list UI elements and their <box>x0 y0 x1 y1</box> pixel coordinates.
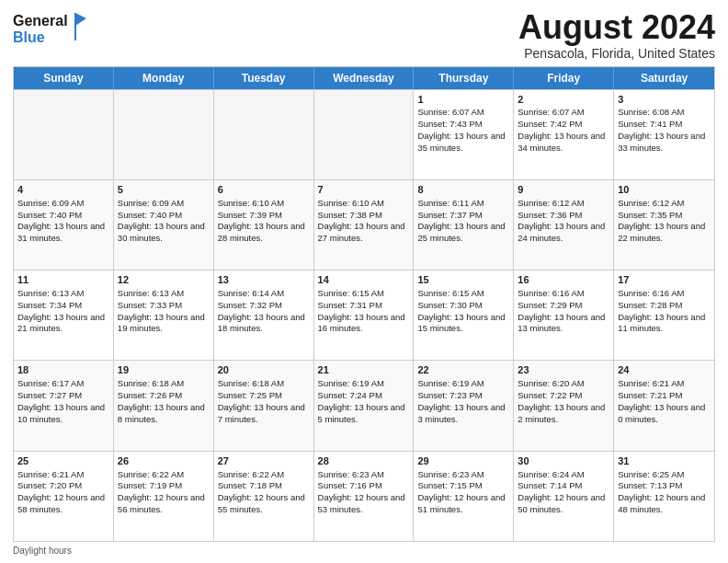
svg-marker-2 <box>75 13 86 26</box>
daylight-label: Daylight hours <box>13 546 72 556</box>
day-number: 26 <box>118 454 210 468</box>
day-header-friday: Friday <box>514 67 614 89</box>
cell-info: Sunrise: 6:10 AMSunset: 7:39 PMDaylight:… <box>218 198 305 243</box>
cal-cell-31: 31Sunrise: 6:25 AMSunset: 7:13 PMDayligh… <box>614 452 714 541</box>
cell-info: Sunrise: 6:07 AMSunset: 7:43 PMDaylight:… <box>417 107 505 152</box>
subtitle: Pensacola, Florida, United States <box>518 46 715 61</box>
cell-info: Sunrise: 6:09 AMSunset: 7:40 PMDaylight:… <box>17 198 105 243</box>
logo-icon: General Blue <box>13 9 96 50</box>
cal-cell-20: 20Sunrise: 6:18 AMSunset: 7:25 PMDayligh… <box>214 361 314 450</box>
day-number: 11 <box>17 273 109 287</box>
cal-cell-empty-3 <box>314 90 415 179</box>
day-number: 10 <box>618 183 711 197</box>
cell-info: Sunrise: 6:15 AMSunset: 7:31 PMDaylight:… <box>318 288 405 333</box>
cal-cell-7: 7Sunrise: 6:10 AMSunset: 7:38 PMDaylight… <box>314 180 415 270</box>
day-header-thursday: Thursday <box>414 67 514 89</box>
cell-info: Sunrise: 6:08 AMSunset: 7:41 PMDaylight:… <box>618 107 705 152</box>
cal-cell-14: 14Sunrise: 6:15 AMSunset: 7:31 PMDayligh… <box>314 270 415 360</box>
cell-info: Sunrise: 6:23 AMSunset: 7:16 PMDaylight:… <box>318 469 405 514</box>
day-number: 6 <box>218 183 310 197</box>
svg-text:General: General <box>13 13 68 29</box>
cell-info: Sunrise: 6:18 AMSunset: 7:25 PMDaylight:… <box>218 378 305 423</box>
cal-cell-30: 30Sunrise: 6:24 AMSunset: 7:14 PMDayligh… <box>514 452 614 541</box>
page: General Blue August 2024 Pensacola, Flor… <box>0 0 728 563</box>
day-number: 29 <box>417 454 509 468</box>
calendar: SundayMondayTuesdayWednesdayThursdayFrid… <box>13 66 715 542</box>
day-number: 1 <box>417 93 509 107</box>
day-number: 12 <box>118 273 210 287</box>
day-number: 27 <box>218 454 310 468</box>
svg-rect-3 <box>74 13 76 40</box>
cal-cell-3: 3Sunrise: 6:08 AMSunset: 7:41 PMDaylight… <box>614 90 714 179</box>
footer-note: Daylight hours <box>13 546 715 556</box>
cal-cell-11: 11Sunrise: 6:13 AMSunset: 7:34 PMDayligh… <box>14 270 114 360</box>
cal-cell-26: 26Sunrise: 6:22 AMSunset: 7:19 PMDayligh… <box>114 452 214 541</box>
day-number: 22 <box>417 363 509 377</box>
cal-cell-18: 18Sunrise: 6:17 AMSunset: 7:27 PMDayligh… <box>14 361 114 450</box>
day-header-sunday: Sunday <box>14 67 114 89</box>
cell-info: Sunrise: 6:22 AMSunset: 7:19 PMDaylight:… <box>118 469 205 514</box>
day-number: 17 <box>618 273 711 287</box>
day-number: 4 <box>17 183 109 197</box>
cell-info: Sunrise: 6:15 AMSunset: 7:30 PMDaylight:… <box>417 288 505 333</box>
cal-cell-10: 10Sunrise: 6:12 AMSunset: 7:35 PMDayligh… <box>614 180 714 270</box>
cal-cell-5: 5Sunrise: 6:09 AMSunset: 7:40 PMDaylight… <box>114 180 214 270</box>
cell-info: Sunrise: 6:19 AMSunset: 7:24 PMDaylight:… <box>318 378 405 423</box>
week-row-1: 1Sunrise: 6:07 AMSunset: 7:43 PMDaylight… <box>14 89 714 179</box>
cal-cell-27: 27Sunrise: 6:22 AMSunset: 7:18 PMDayligh… <box>214 452 314 541</box>
cell-info: Sunrise: 6:10 AMSunset: 7:38 PMDaylight:… <box>318 198 405 243</box>
cell-info: Sunrise: 6:16 AMSunset: 7:28 PMDaylight:… <box>618 288 705 333</box>
cal-cell-17: 17Sunrise: 6:16 AMSunset: 7:28 PMDayligh… <box>614 270 714 360</box>
day-number: 30 <box>518 454 609 468</box>
cal-cell-empty-1 <box>114 90 214 179</box>
day-header-wednesday: Wednesday <box>314 67 415 89</box>
cal-cell-15: 15Sunrise: 6:15 AMSunset: 7:30 PMDayligh… <box>414 270 514 360</box>
cell-info: Sunrise: 6:12 AMSunset: 7:35 PMDaylight:… <box>618 198 705 243</box>
week-row-2: 4Sunrise: 6:09 AMSunset: 7:40 PMDaylight… <box>14 179 714 270</box>
cell-info: Sunrise: 6:14 AMSunset: 7:32 PMDaylight:… <box>218 288 305 333</box>
cell-info: Sunrise: 6:09 AMSunset: 7:40 PMDaylight:… <box>118 198 205 243</box>
cal-cell-19: 19Sunrise: 6:18 AMSunset: 7:26 PMDayligh… <box>114 361 214 450</box>
cal-cell-empty-2 <box>214 90 314 179</box>
cell-info: Sunrise: 6:16 AMSunset: 7:29 PMDaylight:… <box>518 288 605 333</box>
day-number: 13 <box>218 273 310 287</box>
main-title: August 2024 <box>518 9 715 46</box>
day-number: 8 <box>417 183 509 197</box>
cell-info: Sunrise: 6:11 AMSunset: 7:37 PMDaylight:… <box>417 198 505 243</box>
calendar-body: 1Sunrise: 6:07 AMSunset: 7:43 PMDaylight… <box>14 89 714 541</box>
cal-cell-1: 1Sunrise: 6:07 AMSunset: 7:43 PMDaylight… <box>414 90 514 179</box>
cell-info: Sunrise: 6:25 AMSunset: 7:13 PMDaylight:… <box>618 469 705 514</box>
day-header-monday: Monday <box>114 67 214 89</box>
day-number: 19 <box>118 363 210 377</box>
cal-cell-21: 21Sunrise: 6:19 AMSunset: 7:24 PMDayligh… <box>314 361 415 450</box>
cell-info: Sunrise: 6:20 AMSunset: 7:22 PMDaylight:… <box>518 378 605 423</box>
cell-info: Sunrise: 6:13 AMSunset: 7:34 PMDaylight:… <box>17 288 105 333</box>
cal-cell-9: 9Sunrise: 6:12 AMSunset: 7:36 PMDaylight… <box>514 180 614 270</box>
cell-info: Sunrise: 6:24 AMSunset: 7:14 PMDaylight:… <box>518 469 605 514</box>
logo: General Blue <box>13 9 96 53</box>
cell-info: Sunrise: 6:19 AMSunset: 7:23 PMDaylight:… <box>417 378 505 423</box>
day-number: 3 <box>618 93 711 107</box>
week-row-3: 11Sunrise: 6:13 AMSunset: 7:34 PMDayligh… <box>14 270 714 360</box>
day-header-tuesday: Tuesday <box>214 67 314 89</box>
svg-text:Blue: Blue <box>13 29 45 45</box>
cal-cell-8: 8Sunrise: 6:11 AMSunset: 7:37 PMDaylight… <box>414 180 514 270</box>
day-number: 25 <box>17 454 109 468</box>
cell-info: Sunrise: 6:18 AMSunset: 7:26 PMDaylight:… <box>118 378 205 423</box>
cell-info: Sunrise: 6:13 AMSunset: 7:33 PMDaylight:… <box>118 288 205 333</box>
day-number: 21 <box>318 363 410 377</box>
day-number: 24 <box>618 363 711 377</box>
cell-info: Sunrise: 6:07 AMSunset: 7:42 PMDaylight:… <box>518 107 605 152</box>
cell-info: Sunrise: 6:21 AMSunset: 7:20 PMDaylight:… <box>17 469 105 514</box>
cell-info: Sunrise: 6:23 AMSunset: 7:15 PMDaylight:… <box>417 469 505 514</box>
cal-cell-25: 25Sunrise: 6:21 AMSunset: 7:20 PMDayligh… <box>14 452 114 541</box>
day-number: 31 <box>618 454 711 468</box>
cal-cell-16: 16Sunrise: 6:16 AMSunset: 7:29 PMDayligh… <box>514 270 614 360</box>
week-row-5: 25Sunrise: 6:21 AMSunset: 7:20 PMDayligh… <box>14 451 714 541</box>
day-number: 23 <box>518 363 609 377</box>
day-number: 2 <box>518 93 609 107</box>
cal-cell-13: 13Sunrise: 6:14 AMSunset: 7:32 PMDayligh… <box>214 270 314 360</box>
header: General Blue August 2024 Pensacola, Flor… <box>13 9 715 61</box>
cal-cell-4: 4Sunrise: 6:09 AMSunset: 7:40 PMDaylight… <box>14 180 114 270</box>
day-number: 5 <box>118 183 210 197</box>
